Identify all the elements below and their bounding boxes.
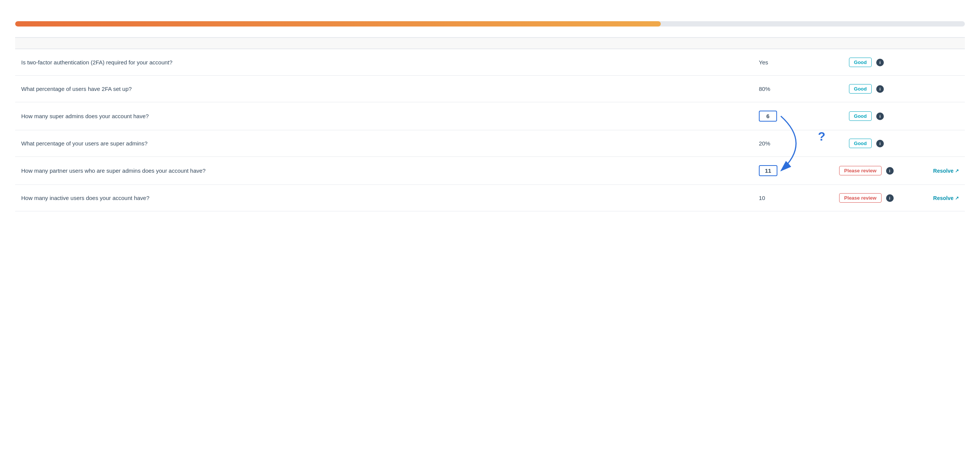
info-icon[interactable]: i <box>876 140 884 147</box>
rating-badge: Please review <box>839 166 881 176</box>
table-row: How many inactive users does your accoun… <box>15 185 965 211</box>
cell-rating: Please reviewi <box>829 185 904 211</box>
rating-badge: Please review <box>839 193 881 203</box>
cell-rating: Goodi <box>829 49 904 76</box>
table-header-row <box>15 37 965 49</box>
cell-action <box>904 49 965 76</box>
col-header-action <box>904 37 965 49</box>
cell-result: Yes <box>753 49 829 76</box>
cell-measure: What percentage of your users are super … <box>15 130 753 157</box>
cell-action <box>904 102 965 130</box>
cell-rating: Goodi <box>829 76 904 102</box>
cell-rating: Please reviewi <box>829 157 904 185</box>
col-header-rating <box>829 37 904 49</box>
progress-bar-container <box>15 21 965 27</box>
info-icon[interactable]: i <box>886 167 894 175</box>
col-header-measure <box>15 37 753 49</box>
rating-badge: Good <box>849 139 872 148</box>
cell-rating: Goodi <box>829 130 904 157</box>
cell-measure: How many inactive users does your accoun… <box>15 185 753 211</box>
cell-result: 10 <box>753 185 829 211</box>
info-icon[interactable]: i <box>886 194 894 202</box>
cell-result: 6 <box>753 102 829 130</box>
security-table: Is two-factor authentication (2FA) requi… <box>15 37 965 211</box>
resolve-link[interactable]: Resolve ↗ <box>933 168 959 174</box>
info-icon[interactable]: i <box>876 113 884 120</box>
result-box: 6 <box>759 111 777 121</box>
external-link-icon: ↗ <box>955 168 959 174</box>
cell-result: 20% <box>753 130 829 157</box>
cell-measure: What percentage of users have 2FA set up… <box>15 76 753 102</box>
table-row: How many partner users who are super adm… <box>15 157 965 185</box>
table-row: How many super admins does your account … <box>15 102 965 130</box>
progress-bar-fill <box>15 21 661 27</box>
rating-badge: Good <box>849 84 872 94</box>
cell-action <box>904 130 965 157</box>
cell-measure: How many partner users who are super adm… <box>15 157 753 185</box>
cell-result: 80% <box>753 76 829 102</box>
cell-action: Resolve ↗ <box>904 185 965 211</box>
col-header-result <box>753 37 829 49</box>
table-row: What percentage of your users are super … <box>15 130 965 157</box>
rating-badge: Good <box>849 57 872 67</box>
result-box: 11 <box>759 165 777 176</box>
cell-action <box>904 76 965 102</box>
info-icon[interactable]: i <box>876 59 884 66</box>
cell-rating: Goodi <box>829 102 904 130</box>
resolve-link[interactable]: Resolve ↗ <box>933 195 959 201</box>
rating-badge: Good <box>849 112 872 121</box>
external-link-icon: ↗ <box>955 195 959 201</box>
security-table-wrapper: Is two-factor authentication (2FA) requi… <box>15 37 965 211</box>
table-row: Is two-factor authentication (2FA) requi… <box>15 49 965 76</box>
cell-measure: How many super admins does your account … <box>15 102 753 130</box>
cell-result: 11 <box>753 157 829 185</box>
info-icon[interactable]: i <box>876 85 884 93</box>
cell-measure: Is two-factor authentication (2FA) requi… <box>15 49 753 76</box>
cell-action: Resolve ↗ <box>904 157 965 185</box>
table-row: What percentage of users have 2FA set up… <box>15 76 965 102</box>
